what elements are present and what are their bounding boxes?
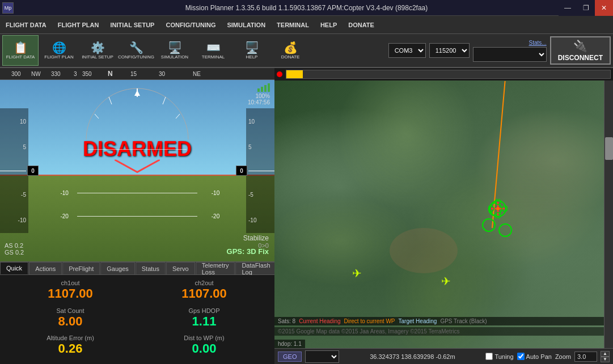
toolbar-terminal-label: TERMINAL [202,54,225,60]
menu-bar: FLIGHT DATA FLIGHT PLAN INITIAL SETUP CO… [0,16,613,34]
tab-gauges[interactable]: Gauges [100,262,135,274]
ch1out-cell: ch1out 1107.00 [5,280,136,304]
zoom-spinner[interactable]: ▲ ▼ [601,351,610,362]
airspeed: AS 0.2 [5,242,24,249]
toolbar-flight-plan-label: FLIGHT PLAN [44,54,73,60]
toolbar-simulation[interactable]: 🖥️ SIMULATION [157,35,193,66]
geo-button[interactable]: GEO [278,352,302,362]
baud-rate-select[interactable]: 115200 [429,43,470,58]
sat-count-label: Sat Count [57,307,84,314]
svg-line-1 [109,97,112,104]
dist-wp-cell: Dist to WP (m) 0.00 [138,335,270,359]
gps-track-label: GPS Track (Black) [440,318,487,324]
toolbar-initial-setup[interactable]: ⚙️ INITIAL SETUP [79,35,116,66]
ch2out-cell: ch2out 1107.00 [138,280,270,304]
wrench-icon: 🔧 [129,42,143,53]
tab-bar: Quick Actions PreFlight Gauges Status Se… [0,261,274,275]
menu-simulation[interactable]: SIMULATION [221,16,271,33]
alt-error-cell: Altitude Error (m) 0.26 [5,335,136,359]
sats-count: Sats: 8 [278,318,295,324]
status-indicator [277,71,282,77]
map-view[interactable]: ✈ ✈ hdop: 1.1 Sats: 8 Current Heading Di… [274,81,604,348]
alt-error-value: 0.26 [58,341,83,356]
zoom-input[interactable] [574,352,597,362]
alt-error-label: Altitude Error (m) [46,335,94,341]
toolbar-config-tuning[interactable]: 🔧 CONFIG/TUNING [118,35,154,66]
main-content: 300 NW 330 3 350 N 15 30 NE [0,68,613,364]
tab-status[interactable]: Status [136,262,166,274]
tab-telemetry-loss[interactable]: Telemetry Loss [196,262,235,274]
donate-icon: 💰 [284,42,298,53]
groundspeed: GS 0.2 [5,249,24,256]
ch1out-value: 1107.00 [48,286,93,301]
toolbar-config-tuning-label: CONFIG/TUNING [118,54,154,60]
satellite-map: ✈ ✈ hdop: 1.1 [274,81,604,348]
gps-hdop-label: Gps HDOP [188,307,219,314]
toolbar-simulation-label: SIMULATION [161,54,188,60]
map-copyright: ©2015 Google Map data ©2015 Jaa Areas, I… [278,328,459,335]
menu-terminal[interactable]: TERMINAL [271,16,315,33]
plug-icon: 🔌 [573,39,587,53]
map-panel: ✈ ✈ hdop: 1.1 Sats: 8 Current Heading Di… [274,68,613,364]
tab-preflight[interactable]: PreFlight [62,262,100,274]
zoom-up-button[interactable]: ▲ [601,351,610,357]
sat-count-value: 8.00 [58,314,83,329]
sat-count-cell: Sat Count 8.00 [5,307,136,332]
toolbar-donate[interactable]: 💰 DONATE [272,35,308,66]
menu-flight-plan[interactable]: FLIGHT PLAN [52,16,105,33]
toolbar-initial-setup-label: INITIAL SETUP [82,54,113,60]
disconnect-label: DISCONNECT [558,54,603,62]
coordinates-display: 36.324373 138.639298 -0.62m [343,353,482,360]
toolbar-flight-data-label: FLIGHT DATA [6,54,35,60]
minimize-button[interactable]: — [559,0,577,16]
menu-donate[interactable]: DONATE [343,16,380,33]
toolbar-terminal[interactable]: ⌨️ TERMINAL [195,35,231,66]
window-title: Mission Planner 1.3.35.6 build 1.1.5903.… [185,4,428,12]
toolbar-right: COM3 115200 Stats... 🔌 DISCONNECT [388,36,611,65]
map-aircraft-2: ✈ [441,274,451,288]
window-controls: — ❐ ✕ [559,0,613,15]
restore-button[interactable]: ❐ [577,0,595,16]
toolbar-flight-plan[interactable]: 🌐 FLIGHT PLAN [41,35,77,66]
tab-servo[interactable]: Servo [166,262,195,274]
flight-mode: Stabilize [243,234,269,242]
menu-flight-data[interactable]: FLIGHT DATA [0,16,52,33]
toolbar-flight-data[interactable]: 📋 FLIGHT DATA [2,35,39,66]
menu-config-tuning[interactable]: CONFIG/TUNING [160,16,221,33]
svg-point-8 [496,207,500,210]
svg-line-4 [176,114,180,118]
close-button[interactable]: ✕ [595,0,613,16]
disconnect-button[interactable]: 🔌 DISCONNECT [550,36,611,65]
tab-actions[interactable]: Actions [29,262,62,274]
dist-wp-label: Dist to WP (m) [184,335,224,341]
gps-hdop-value: 1.11 [192,314,217,329]
com-port-select[interactable]: COM3 [388,43,426,58]
stats-select[interactable] [473,47,547,62]
map-scrollbar[interactable] [604,81,613,348]
monitor-icon: 🖥️ [168,42,182,53]
current-heading-label: Current Heading [299,318,340,324]
map-scroll-thumb[interactable] [605,137,613,160]
menu-help[interactable]: HELP [315,16,343,33]
dist-wp-value: 0.00 [192,341,217,356]
stats-label[interactable]: Stats... [529,40,547,46]
direct-wp-label: Direct to current WP [344,318,395,324]
ch2out-label: ch2out [195,280,213,286]
gps-status: GPS: 3D Fix [227,247,269,256]
ch1out-label: ch1out [61,280,79,286]
zoom-down-button[interactable]: ▼ [601,357,610,362]
autopan-checkbox[interactable] [517,353,525,360]
tab-quick[interactable]: Quick [0,262,28,274]
waypoint-2 [482,218,496,232]
menu-initial-setup[interactable]: INITIAL SETUP [104,16,160,33]
tuning-checkbox-area[interactable]: Tuning [485,353,513,360]
autopan-checkbox-area[interactable]: Auto Pan [517,353,552,360]
map-layer-select[interactable] [305,350,339,363]
svg-marker-5 [134,90,140,96]
title-bar: Mp Mission Planner 1.3.35.6 build 1.1.59… [0,0,613,16]
tuning-checkbox[interactable] [485,353,493,360]
tab-dataflash-log[interactable]: DataFlash Log [235,262,276,274]
progress-bar [286,70,611,79]
toolbar-help[interactable]: 🖥️ HELP [234,35,270,66]
hdop-status: hdop: 1.1 [274,340,305,348]
